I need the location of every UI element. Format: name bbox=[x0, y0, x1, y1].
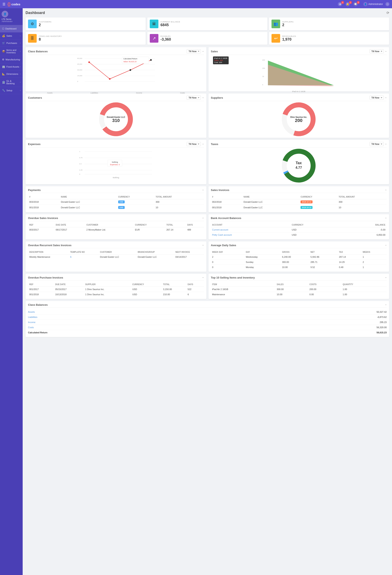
collapse-expenses[interactable]: − bbox=[202, 142, 204, 146]
avg-col-net: Net bbox=[309, 250, 338, 254]
dashboard-icon: ⬡ bbox=[2, 27, 4, 30]
balance-income-label[interactable]: Income bbox=[28, 321, 35, 323]
sidebar-item-dimensions[interactable]: 📐 Dimensions › bbox=[0, 71, 23, 78]
collapse-avg-daily[interactable]: − bbox=[385, 243, 387, 247]
collapse-purchase[interactable]: − bbox=[202, 276, 204, 279]
items-inventory-icon: 🗄 bbox=[28, 34, 37, 43]
sidebar-user-role: Administrator bbox=[2, 20, 21, 23]
os-currency-1: EUR bbox=[134, 227, 165, 232]
si-col-amount: Total Amount bbox=[337, 195, 387, 199]
si-col-currency: Currency bbox=[299, 195, 337, 199]
expenses-dropdown[interactable]: Till Now bbox=[187, 142, 201, 146]
suppliers-label: SUPPLIERS bbox=[282, 21, 387, 23]
taxes-donut-svg: Tax 4.77 bbox=[280, 147, 317, 184]
op-total-2: 210.00 bbox=[162, 292, 186, 297]
class-balances-dropdown[interactable]: Till Now bbox=[187, 49, 201, 53]
sales-invoices-section: Sales Invoices − # Name Currency Total A… bbox=[208, 186, 389, 212]
sidebar-item-gl-banking[interactable]: 🏦 GL & Banking › bbox=[0, 78, 23, 87]
balance-row-income: Income 295.23 bbox=[28, 320, 387, 325]
collapse-class-bottom[interactable]: − bbox=[385, 303, 387, 306]
avg-weeks-2: 2 bbox=[361, 260, 387, 265]
card-current-balance: 🏛 CURRENT BALANCE 6845 bbox=[147, 18, 267, 30]
table-row: 001/2018 10/13/2018 1 Dino Saurius Inc. … bbox=[28, 292, 204, 297]
notification-badge-2: 1 bbox=[349, 1, 352, 4]
sales-tooltip: iPad Air 2 16GB Sales: 300 Cost: 200 bbox=[213, 56, 229, 64]
avg-col-tax: Tax bbox=[338, 250, 361, 254]
share-icon[interactable]: ⬡ bbox=[385, 2, 390, 6]
ts-col-item: Item bbox=[211, 282, 276, 287]
collapse-recurrent[interactable]: − bbox=[202, 243, 204, 247]
op-currency-2: USD bbox=[131, 292, 162, 297]
customers-value: 2 bbox=[39, 23, 143, 27]
customers-dropdown[interactable]: Till Now bbox=[187, 96, 201, 100]
receivables-label: RECEIVABLES bbox=[282, 35, 387, 37]
suppliers-donut-svg: Dino Saurius Inc. 200 bbox=[280, 101, 317, 138]
payment-currency-1: USD bbox=[117, 199, 155, 205]
sidebar-item-dashboard[interactable]: ⬡ Dashboard bbox=[0, 25, 23, 32]
ts-col-qty: Quantity bbox=[342, 282, 387, 287]
avg-weeks-3: 1 bbox=[361, 265, 387, 270]
op-days-1: 522 bbox=[186, 287, 204, 292]
collapse-top-selling[interactable]: − bbox=[385, 276, 387, 279]
avg-daily-title: Average Daily Sales bbox=[211, 244, 236, 247]
collapse-suppliers[interactable]: − bbox=[385, 96, 387, 99]
op-col-total: Total bbox=[162, 282, 186, 287]
row-donuts: Customers Till Now − bbox=[25, 94, 389, 138]
hamburger-icon[interactable]: ☰ bbox=[2, 2, 5, 6]
payment-name-1: Donald Easter LLC bbox=[60, 199, 117, 205]
top-selling-section: Top 10 Selling Items and Inventory − Ite… bbox=[208, 274, 389, 299]
sales-dropdown[interactable]: Till Now bbox=[369, 49, 384, 53]
sidebar-item-items-inventory[interactable]: 📦 Items and Inventory › bbox=[0, 47, 23, 56]
collapse-payments[interactable]: − bbox=[202, 188, 204, 192]
collapse-bank[interactable]: − bbox=[385, 216, 387, 220]
overdue-sales-section: Overdue Sales Invoices − Ref Due Date Cu… bbox=[25, 214, 207, 240]
bank-currency-2: USD bbox=[290, 232, 341, 238]
balance-costs-label[interactable]: Costs bbox=[28, 326, 34, 329]
ts-item-2: Maintenance bbox=[211, 292, 276, 297]
balance-costs-value: 56,320.00 bbox=[377, 326, 387, 329]
collapse-taxes[interactable]: − bbox=[385, 142, 387, 146]
sidebar-item-manufacturing[interactable]: ⚙ Manufacturing › bbox=[0, 56, 23, 63]
collapse-sales-invoices[interactable]: − bbox=[385, 188, 387, 192]
balance-assets-label[interactable]: Assets bbox=[28, 311, 35, 313]
suppliers-value: 2 bbox=[282, 23, 387, 27]
bank-col-account: Account bbox=[211, 223, 291, 227]
table-row: 003/2018 Donald Easter LLC USD 300 bbox=[28, 199, 204, 205]
sidebar-item-fixed-assets[interactable]: 🏢 Fixed Assets › bbox=[0, 63, 23, 71]
collapse-sales[interactable]: − bbox=[385, 50, 387, 53]
taxes-dropdown[interactable]: Till Now bbox=[369, 142, 384, 146]
bank-title: Bank Account Balances bbox=[211, 216, 241, 220]
sidebar-item-purchases[interactable]: 🛒 Purchases › bbox=[0, 40, 23, 47]
collapse-customers[interactable]: − bbox=[202, 96, 204, 99]
balance-row-calculated: Calculated Return 56,615.23 bbox=[28, 330, 387, 335]
admin-label: Administrator bbox=[368, 3, 383, 5]
svg-text:0.5: 0.5 bbox=[79, 163, 82, 165]
user-menu[interactable]: 👤 Administrator bbox=[363, 2, 383, 6]
recurrent-table: Description Template No Customer Branch/… bbox=[28, 250, 204, 259]
rec-branch-1: Donald Easter LLC bbox=[136, 254, 174, 260]
op-col-currency: Currency bbox=[131, 282, 162, 287]
svg-text:0: 0 bbox=[262, 84, 263, 86]
collapse-class-balances[interactable]: − bbox=[202, 50, 204, 53]
collapse-overdue-sales[interactable]: − bbox=[202, 216, 204, 220]
refresh-icon[interactable]: ⟳ bbox=[387, 11, 389, 15]
chevron-right-icon-3: › bbox=[20, 50, 21, 52]
sales-x-label: iPad Air 2 16GB bbox=[211, 91, 387, 93]
col-currency: Currency bbox=[117, 195, 155, 199]
suppliers-dropdown[interactable]: Till Now bbox=[369, 96, 384, 100]
class-balances-title: Class Balances bbox=[28, 50, 47, 53]
sales-area-chart: iPad Air 2 16GB Sales: 300 Cost: 200 200… bbox=[211, 56, 387, 89]
table-row: 002/2018 Donald Easter LLC 2018-10-14 30… bbox=[211, 199, 387, 205]
class-balances-svg: 60,000 45,000 30,000 15,000 0 bbox=[28, 56, 204, 91]
payments-section: Payments − # Name Currency Total Amount bbox=[25, 186, 207, 212]
sidebar-item-setup[interactable]: 🔧 Setup › bbox=[0, 87, 23, 94]
svg-text:200: 200 bbox=[295, 118, 303, 123]
payables-value: -3,360 bbox=[161, 37, 265, 42]
sidebar-item-sales[interactable]: 💰 Sales › bbox=[0, 32, 23, 40]
payments-table: # Name Currency Total Amount 003/2018 Do… bbox=[28, 195, 204, 210]
sidebar-label-purchases: Purchases bbox=[6, 42, 17, 44]
chevron-right-icon-4: › bbox=[20, 58, 21, 61]
avg-net-1: 5,942.86 bbox=[309, 254, 338, 260]
balance-liabilities-label[interactable]: Liabilities bbox=[28, 316, 37, 318]
notification-area: 🖥 4 🔔 1 💬 4 bbox=[338, 2, 361, 6]
